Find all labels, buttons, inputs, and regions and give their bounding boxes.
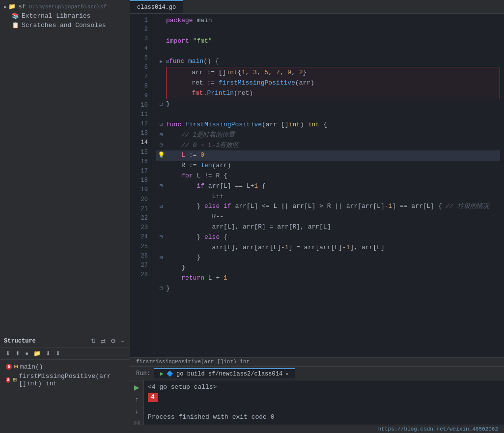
gutter-12: ⊟ xyxy=(156,131,166,139)
run-play-btn[interactable]: ▶ xyxy=(133,382,140,392)
struct-btn-3[interactable]: ● xyxy=(24,349,30,357)
ln-14: 14 xyxy=(132,138,148,147)
code-line-21: arr[L], arr[R] = arr[R], arr[L] xyxy=(156,222,500,232)
toolbar-settings[interactable]: ⚙ xyxy=(109,337,117,345)
ln-18: 18 xyxy=(132,176,148,185)
run-label: Run: xyxy=(132,370,154,377)
output-finished-text: Process finished with exit code 0 xyxy=(148,412,274,423)
fold-btn-12[interactable]: ⊟ xyxy=(160,131,163,139)
sidebar: ▶ 📁 sf D:\mysetup\gopath\src\sf 📚 Extern… xyxy=(0,0,130,433)
code-line-18: L++ xyxy=(156,192,500,202)
run-content: ▶ ↑ ↓ ⊡ ⊞ <4 go setup calls> 4 xyxy=(130,380,504,425)
struct-btn-4[interactable]: 📁 xyxy=(32,349,42,357)
panel-title: Structure xyxy=(4,338,36,345)
code-line-26: return L + 1 xyxy=(156,273,500,284)
ln-4: 4 xyxy=(132,44,148,54)
ln-20: 20 xyxy=(132,195,148,204)
ln-26: 26 xyxy=(132,252,148,261)
fold-btn-27[interactable]: ⊟ xyxy=(160,285,163,292)
fold-btn-19[interactable]: ⊟ xyxy=(160,203,163,211)
sidebar-item-label: Scratches and Consoles xyxy=(22,22,106,29)
sidebar-item-project[interactable]: ▶ 📁 sf D:\mysetup\gopath\src\sf xyxy=(0,2,130,11)
func-icon-2: ⊞ xyxy=(13,376,17,384)
fold-btn-11[interactable]: ⊟ xyxy=(160,121,163,129)
ln-15: 15 xyxy=(132,148,148,157)
expand-arrow-5[interactable]: ▶ xyxy=(160,58,163,66)
code-line-15: R := len(arr) xyxy=(156,161,500,171)
run-output-number: 4 xyxy=(148,393,500,402)
ln-10: 10 xyxy=(132,101,148,110)
error-badge-2: a xyxy=(6,377,10,383)
fold-btn-13[interactable]: ⊟ xyxy=(160,142,163,149)
tab-label: class014.go xyxy=(137,4,176,11)
gutter-13: ⊟ xyxy=(156,142,166,149)
run-output: <4 go setup calls> 4 Process finished wi… xyxy=(144,380,504,425)
structure-panel: Structure ⇅ ⇄ ⚙ − ⬇ ⬆ ● 📁 ⬇ ⬇ a ⊞ xyxy=(0,335,130,433)
run-output-finished: Process finished with exit code 0 xyxy=(148,412,500,423)
gutter-9: ⊟ xyxy=(156,101,166,109)
code-line-7: ret := firstMissingPositive(arr) xyxy=(167,78,500,88)
run-tab-active[interactable]: ▶ 🔷 go build sf/newclass2/class014 ✕ xyxy=(154,368,295,378)
sidebar-tree: ▶ 📁 sf D:\mysetup\gopath\src\sf 📚 Extern… xyxy=(0,0,130,335)
run-up-btn[interactable]: ↑ xyxy=(134,394,140,404)
sidebar-item-external-libraries[interactable]: 📚 External Libraries xyxy=(0,11,130,21)
ln-27: 27 xyxy=(132,261,148,270)
folder-icon: 📁 xyxy=(8,3,16,10)
code-line-27: ⊟ } xyxy=(156,284,500,294)
toolbar-sort-alpha[interactable]: ⇅ xyxy=(89,337,97,345)
code-area[interactable]: package main import "fmt" xyxy=(152,14,504,357)
code-line-5: ▶ ⊟ func main() { xyxy=(156,57,500,67)
editor-status: firstMissingPositive(arr []int) int xyxy=(130,357,504,366)
toolbar-sort-type[interactable]: ⇄ xyxy=(99,337,107,345)
status-text: firstMissingPositive(arr []int) int xyxy=(136,359,250,365)
ln-3: 3 xyxy=(132,34,148,44)
fold-btn-17[interactable]: ⊟ xyxy=(160,182,163,190)
ln-23: 23 xyxy=(132,223,148,232)
code-line-9: ⊟ } xyxy=(156,99,500,110)
gutter-17: ⊟ xyxy=(156,182,166,190)
arrow-icon: ▶ xyxy=(4,4,7,10)
panel-header: Structure ⇅ ⇄ ⚙ − xyxy=(0,335,130,347)
output-number-badge: 4 xyxy=(148,393,158,402)
project-path: D:\mysetup\gopath\src\sf xyxy=(29,4,107,10)
library-icon: 📚 xyxy=(12,12,19,20)
struct-btn-1[interactable]: ⬇ xyxy=(4,349,12,357)
line-numbers: 1 2 3 4 5 6 7 8 9 10 11 12 13 14 15 16 1… xyxy=(130,14,152,357)
editor-tab-main[interactable]: class014.go xyxy=(130,0,183,13)
run-wrap-btn[interactable]: ⊡ xyxy=(133,418,141,425)
code-line-2 xyxy=(156,26,500,36)
ln-19: 19 xyxy=(132,185,148,195)
ln-17: 17 xyxy=(132,167,148,176)
run-down-btn[interactable]: ↓ xyxy=(134,406,140,416)
gutter-11: ⊟ xyxy=(156,121,166,129)
code-line-28 xyxy=(156,294,500,304)
sidebar-item-scratches[interactable]: 📋 Scratches and Consoles xyxy=(0,21,130,30)
csdn-link[interactable]: https://blog.csdn.net/weixin_48502062 xyxy=(378,426,498,432)
fold-btn-9[interactable]: ⊟ xyxy=(160,101,163,109)
bulb-icon[interactable]: 💡 xyxy=(158,151,165,160)
structure-item-label: main() xyxy=(20,363,43,371)
sidebar-item-label: External Libraries xyxy=(22,12,90,20)
struct-btn-6[interactable]: ⬇ xyxy=(54,349,62,357)
ln-9: 9 xyxy=(132,91,148,101)
ln-2: 2 xyxy=(132,25,148,34)
ln-22: 22 xyxy=(132,214,148,223)
structure-item-main[interactable]: a ⊞ main() xyxy=(0,362,130,372)
ln-11: 11 xyxy=(132,110,148,119)
error-badge: a xyxy=(6,364,12,370)
struct-btn-2[interactable]: ⬆ xyxy=(14,349,22,357)
ln-7: 7 xyxy=(132,72,148,82)
fold-btn-22[interactable]: ⊟ xyxy=(160,233,163,241)
structure-item-firstmissing[interactable]: a ⊞ firstMissingPositive(arr []int) int xyxy=(0,372,130,388)
run-panel: Run: ▶ 🔷 go build sf/newclass2/class014 … xyxy=(130,366,504,425)
code-line-8: fmt.Println(ret) xyxy=(167,88,500,99)
func-icon: ⊞ xyxy=(14,363,18,371)
struct-btn-5[interactable]: ⬇ xyxy=(44,349,52,357)
ln-8: 8 xyxy=(132,82,148,91)
toolbar-close[interactable]: − xyxy=(119,337,126,345)
ln-28: 28 xyxy=(132,270,148,280)
fold-btn-24[interactable]: ⊟ xyxy=(160,254,163,262)
run-close-btn[interactable]: ✕ xyxy=(285,371,289,377)
bottom-status: https://blog.csdn.net/weixin_48502062 xyxy=(130,425,504,433)
gutter-22: ⊟ xyxy=(156,233,166,241)
